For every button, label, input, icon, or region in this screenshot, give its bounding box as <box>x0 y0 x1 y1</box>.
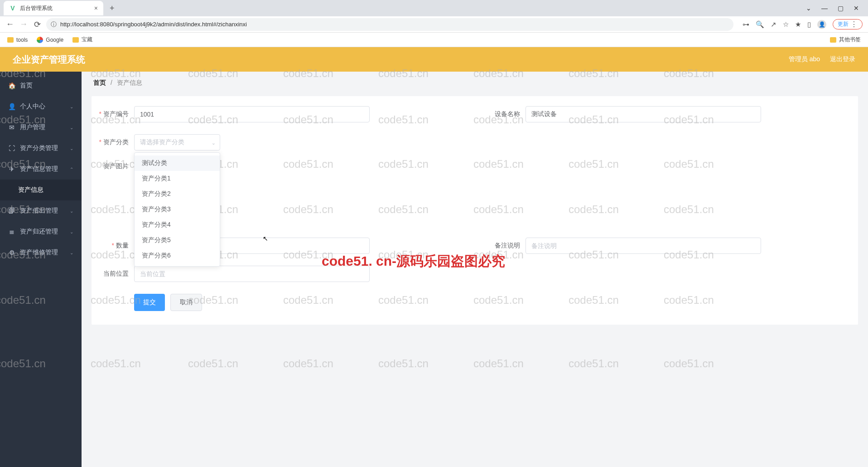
back-button[interactable]: ← <box>5 19 14 29</box>
google-icon <box>37 37 43 43</box>
mail-icon: ✉ <box>8 124 15 131</box>
submit-button[interactable]: 提交 <box>134 294 165 311</box>
site-info-icon[interactable]: ⓘ <box>51 20 57 29</box>
tab-bar: V 后台管理系统 × + ⌄ — ▢ ✕ <box>0 0 868 16</box>
chevron-down-icon: ⌄ <box>70 146 73 151</box>
browser-tab[interactable]: V 后台管理系统 × <box>4 1 103 15</box>
breadcrumb-home[interactable]: 首页 <box>93 79 106 86</box>
folder-icon <box>7 37 14 43</box>
menu-dots-icon: ⋮ <box>850 21 858 28</box>
copy-icon: 🗐 <box>8 207 15 214</box>
field-remark: 备注说明 <box>487 238 761 254</box>
dropdown-option[interactable]: 资产分类5 <box>135 233 220 248</box>
sidebar-item-asset-info[interactable]: 资产信息 <box>0 180 82 200</box>
field-device-name: 设备名称 <box>487 106 761 122</box>
sidebar-item-home[interactable]: 🏠 首页 <box>0 75 82 96</box>
chevron-down-icon: ⌄ <box>70 250 73 255</box>
sidebar-item-user-mgmt[interactable]: ✉ 用户管理 ⌄ <box>0 117 82 138</box>
frame-icon: ⛶ <box>8 145 15 152</box>
tab-close-icon[interactable]: × <box>94 5 98 12</box>
forward-button[interactable]: → <box>19 19 28 29</box>
asset-category-dropdown: 测试分类 资产分类1 资产分类2 资产分类3 资产分类4 资产分类5 资产分类6 <box>134 152 220 267</box>
bookmark-tools[interactable]: tools <box>7 37 28 43</box>
user-icon: 👤 <box>8 103 15 110</box>
bookmark-google[interactable]: Google <box>37 37 63 43</box>
sidebar-item-personal[interactable]: 👤 个人中心 ⌄ <box>0 96 82 117</box>
form-panel: 资产编号 设备名称 资产分类 请选择资产分类 ⌃ 测试分类 资 <box>92 96 858 325</box>
breadcrumb-current: 资产信息 <box>117 79 142 86</box>
dropdown-option[interactable]: 资产分类3 <box>135 202 220 217</box>
field-asset-category: 资产分类 请选择资产分类 ⌃ 测试分类 资产分类1 资产分类2 资产分类3 资产… <box>96 134 220 151</box>
dropdown-option[interactable]: 资产分类4 <box>135 217 220 233</box>
chevron-down-icon: ⌄ <box>70 125 73 130</box>
extensions-icon[interactable]: ★ <box>795 20 801 29</box>
remark-input[interactable] <box>526 238 761 254</box>
select-display: 请选择资产分类 <box>134 134 220 151</box>
new-tab-button[interactable]: + <box>110 4 115 13</box>
home-icon: 🏠 <box>8 82 15 89</box>
device-name-label: 设备名称 <box>487 110 526 118</box>
reload-button[interactable]: ⟳ <box>33 19 42 29</box>
sidebar-item-lend-mgmt[interactable]: 🗐 资产借出管理 ⌄ <box>0 200 82 221</box>
location-input[interactable] <box>134 266 370 282</box>
nav-bar: ← → ⟳ ⓘ http://localhost:8080/springboot… <box>0 16 868 33</box>
bookmark-star-icon[interactable]: ☆ <box>783 20 789 29</box>
location-label: 当前位置 <box>96 270 134 278</box>
list-icon: ≣ <box>8 228 15 235</box>
url-text: http://localhost:8080/springboot4j9k2/ad… <box>60 21 247 28</box>
admin-label[interactable]: 管理员 abo <box>789 55 820 63</box>
chevron-up-icon: ⌃ <box>70 167 73 172</box>
chevron-up-icon: ⌃ <box>212 140 216 146</box>
form-actions: 提交 取消 <box>96 294 854 311</box>
app-body: 🏠 首页 👤 个人中心 ⌄ ✉ 用户管理 ⌄ ⛶ 资产分类管理 ⌄ ✈ 资产信息… <box>0 72 868 467</box>
field-asset-code: 资产编号 <box>96 106 370 122</box>
device-name-input[interactable] <box>526 106 761 122</box>
sidebar-item-return-mgmt[interactable]: ≣ 资产归还管理 ⌄ <box>0 221 82 242</box>
chevron-down-icon: ⌄ <box>70 229 73 234</box>
maximize-icon[interactable]: ▢ <box>838 5 844 12</box>
bookmarks-bar: tools Google 宝藏 其他书签 <box>0 33 868 47</box>
app-header: 企业资产管理系统 管理员 abo 退出登录 <box>0 47 868 72</box>
password-icon[interactable]: ⊶ <box>743 20 749 29</box>
asset-image-label: 资产图片 <box>96 162 134 170</box>
field-asset-image: 资产图片 <box>96 162 134 226</box>
browser-chrome: V 后台管理系统 × + ⌄ — ▢ ✕ ← → ⟳ ⓘ http://loca… <box>0 0 868 47</box>
sidebar-item-asset-info-mgmt[interactable]: ✈ 资产信息管理 ⌃ <box>0 159 82 180</box>
url-bar[interactable]: ⓘ http://localhost:8080/springboot4j9k2/… <box>46 18 733 31</box>
zoom-icon[interactable]: 🔍 <box>756 20 764 29</box>
cancel-button[interactable]: 取消 <box>170 294 202 311</box>
share-icon[interactable]: ↗ <box>771 20 776 29</box>
bookmark-other[interactable]: 其他书签 <box>830 36 861 44</box>
asset-code-label: 资产编号 <box>96 110 134 118</box>
remark-label: 备注说明 <box>487 242 526 250</box>
sidebar-item-repair-mgmt[interactable]: ⚙ 资产维修管理 ⌄ <box>0 242 82 263</box>
tab-title: 后台管理系统 <box>20 5 91 12</box>
bookmark-treasure[interactable]: 宝藏 <box>72 36 92 44</box>
dropdown-option[interactable]: 资产分类1 <box>135 171 220 186</box>
dropdown-option[interactable]: 资产分类2 <box>135 186 220 202</box>
update-button[interactable]: 更新 ⋮ <box>833 19 863 29</box>
folder-icon <box>830 37 836 43</box>
profile-icon[interactable]: 👤 <box>817 20 826 29</box>
main-content: 首页 / 资产信息 资产编号 设备名称 资产分类 请选择资产分类 <box>82 72 868 467</box>
sidebar: 🏠 首页 👤 个人中心 ⌄ ✉ 用户管理 ⌄ ⛶ 资产分类管理 ⌄ ✈ 资产信息… <box>0 72 82 467</box>
breadcrumb: 首页 / 资产信息 <box>93 79 858 87</box>
close-window-icon[interactable]: ✕ <box>854 5 859 12</box>
dropdown-option[interactable]: 资产分类6 <box>135 248 220 263</box>
asset-code-input[interactable] <box>134 106 370 122</box>
gear-icon: ⚙ <box>8 249 15 256</box>
asset-category-select[interactable]: 请选择资产分类 ⌃ 测试分类 资产分类1 资产分类2 资产分类3 资产分类4 资… <box>134 134 220 151</box>
vue-favicon: V <box>9 5 16 12</box>
panel-icon[interactable]: ▯ <box>807 20 811 29</box>
logout-link[interactable]: 退出登录 <box>830 55 855 63</box>
chevron-down-icon: ⌄ <box>70 209 73 214</box>
window-controls: ⌄ — ▢ ✕ <box>806 5 864 12</box>
minimize-icon[interactable]: — <box>821 5 828 12</box>
asset-category-label: 资产分类 <box>96 138 134 146</box>
field-location: 当前位置 <box>96 266 370 282</box>
sidebar-item-category-mgmt[interactable]: ⛶ 资产分类管理 ⌄ <box>0 138 82 159</box>
tab-dropdown-icon[interactable]: ⌄ <box>806 5 811 12</box>
send-icon: ✈ <box>8 165 15 173</box>
dropdown-option[interactable]: 测试分类 <box>135 156 220 171</box>
chevron-down-icon: ⌄ <box>70 104 73 109</box>
